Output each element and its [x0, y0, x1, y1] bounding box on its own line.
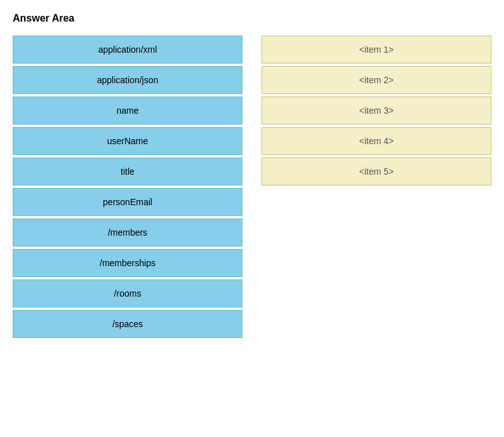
- item-application-json[interactable]: application/json: [13, 66, 242, 94]
- item-rooms[interactable]: /rooms: [13, 279, 242, 307]
- item-username[interactable]: userName: [13, 127, 242, 155]
- page-title: Answer Area: [13, 13, 491, 24]
- slot-1[interactable]: <item 1>: [262, 36, 491, 64]
- item-application-xml[interactable]: application/xml: [13, 36, 242, 64]
- slot-5[interactable]: <item 5>: [262, 158, 491, 185]
- item-spaces[interactable]: /spaces: [13, 310, 242, 338]
- left-column: application/xmlapplication/jsonnameuserN…: [13, 36, 242, 338]
- item-personemail[interactable]: personEmail: [13, 188, 242, 216]
- item-name[interactable]: name: [13, 97, 242, 124]
- item-members[interactable]: /members: [13, 218, 242, 246]
- slot-2[interactable]: <item 2>: [262, 66, 491, 94]
- item-memberships[interactable]: /memberships: [13, 249, 242, 277]
- item-title[interactable]: title: [13, 158, 242, 185]
- right-column: <item 1><item 2><item 3><item 4><item 5>: [262, 36, 491, 185]
- slot-3[interactable]: <item 3>: [262, 97, 491, 124]
- answer-area: application/xmlapplication/jsonnameuserN…: [13, 36, 491, 338]
- slot-4[interactable]: <item 4>: [262, 127, 491, 155]
